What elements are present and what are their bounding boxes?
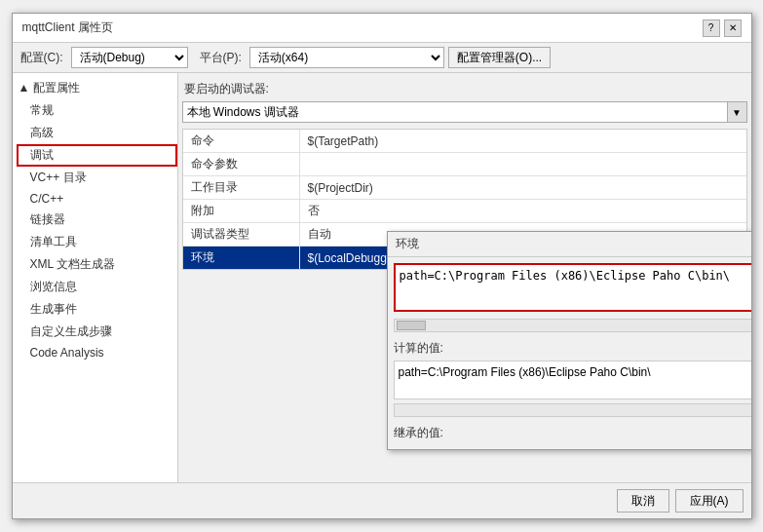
inherit-label: 继承的值: [394, 423, 751, 443]
prop-key: 调试器类型 [183, 223, 300, 246]
right-panel-inner: 要启动的调试器: ▼ 命令$(TargetPath)命令参数工作目录$(Proj… [182, 77, 747, 478]
prop-row[interactable]: 附加否 [183, 200, 746, 223]
tree-item[interactable]: 浏览信息 [17, 276, 177, 298]
debugger-select-row: ▼ [182, 101, 747, 123]
apply-button[interactable]: 应用(A) [675, 489, 744, 513]
toolbar: 配置(C): 活动(Debug) 平台(P): 活动(x64) 配置管理器(O)… [13, 43, 751, 73]
tree-item[interactable]: XML 文档生成器 [17, 253, 177, 276]
env-dialog-body: 计算的值: path=C:\Program Files (x86)\Eclips… [388, 257, 751, 449]
main-dialog: mqttClient 属性页 ? ✕ 配置(C): 活动(Debug) 平台(P… [12, 13, 752, 519]
tree-item[interactable]: 生成事件 [17, 298, 177, 321]
prop-key: 命令参数 [183, 153, 300, 175]
tree-root[interactable]: ▲ 配置属性 [13, 77, 177, 99]
tree-item[interactable]: Code Analysis [17, 343, 177, 362]
platform-select[interactable]: 活动(x64) [249, 47, 444, 68]
prop-row[interactable]: 命令参数 [183, 153, 746, 176]
tree-item[interactable]: VC++ 目录 [17, 167, 177, 189]
prop-value: $(ProjectDir) [300, 178, 746, 198]
tree-group: 常规高级调试VC++ 目录C/C++链接器清单工具XML 文档生成器浏览信息生成… [13, 99, 177, 362]
title-controls: ? ✕ [703, 19, 742, 37]
tree-item[interactable]: 清单工具 [17, 231, 177, 253]
env-scroll-thumb[interactable] [397, 321, 426, 330]
prop-key: 环境 [183, 247, 300, 269]
platform-label: 平台(P): [200, 50, 242, 66]
tree-item[interactable]: C/C++ [17, 189, 177, 209]
prop-row[interactable]: 命令$(TargetPath) [183, 130, 746, 153]
debugger-input[interactable] [182, 101, 728, 123]
left-panel: ▲ 配置属性 常规高级调试VC++ 目录C/C++链接器清单工具XML 文档生成… [13, 73, 178, 482]
title-bar: mqttClient 属性页 ? ✕ [13, 14, 751, 43]
prop-key: 工作目录 [183, 176, 300, 199]
prop-value: 否 [300, 200, 746, 222]
prop-key: 附加 [183, 200, 300, 222]
calc-scrollbar[interactable] [394, 403, 751, 417]
env-dialog-titlebar: 环境 ? ✕ [388, 232, 751, 257]
prop-value [300, 162, 746, 168]
close-btn[interactable]: ✕ [724, 19, 742, 37]
debugger-dropdown-btn[interactable]: ▼ [728, 101, 747, 123]
config-select[interactable]: 活动(Debug) [71, 47, 188, 68]
cancel-button[interactable]: 取消 [617, 489, 669, 513]
env-input[interactable] [394, 263, 751, 312]
section-label: 要启动的调试器: [182, 77, 747, 101]
manager-button[interactable]: 配置管理器(O)... [448, 47, 551, 68]
env-scrollbar[interactable] [394, 319, 751, 332]
prop-row[interactable]: 工作目录$(ProjectDir) [183, 176, 746, 200]
question-btn[interactable]: ? [703, 19, 720, 37]
tree-item[interactable]: 调试 [17, 144, 177, 167]
bottom-buttons: 取消 应用(A) [13, 482, 751, 518]
dialog-title: mqttClient 属性页 [22, 19, 113, 36]
tree-item[interactable]: 常规 [17, 99, 177, 122]
config-label: 配置(C): [20, 50, 63, 66]
prop-value: $(TargetPath) [300, 132, 746, 151]
env-dialog: 环境 ? ✕ 计算的值: path=C:\Program Files (x86)… [387, 231, 751, 450]
calc-label: 计算的值: [394, 338, 751, 359]
prop-key: 命令 [183, 130, 300, 152]
right-panel: 要启动的调试器: ▼ 命令$(TargetPath)命令参数工作目录$(Proj… [178, 73, 751, 482]
main-content: ▲ 配置属性 常规高级调试VC++ 目录C/C++链接器清单工具XML 文档生成… [13, 73, 751, 482]
tree-item[interactable]: 链接器 [17, 209, 177, 231]
env-dialog-title-text: 环境 [396, 236, 419, 252]
tree-item[interactable]: 自定义生成步骤 [17, 321, 177, 343]
tree-item[interactable]: 高级 [17, 122, 177, 144]
calc-box: path=C:\Program Files (x86)\Eclipse Paho… [394, 361, 751, 399]
